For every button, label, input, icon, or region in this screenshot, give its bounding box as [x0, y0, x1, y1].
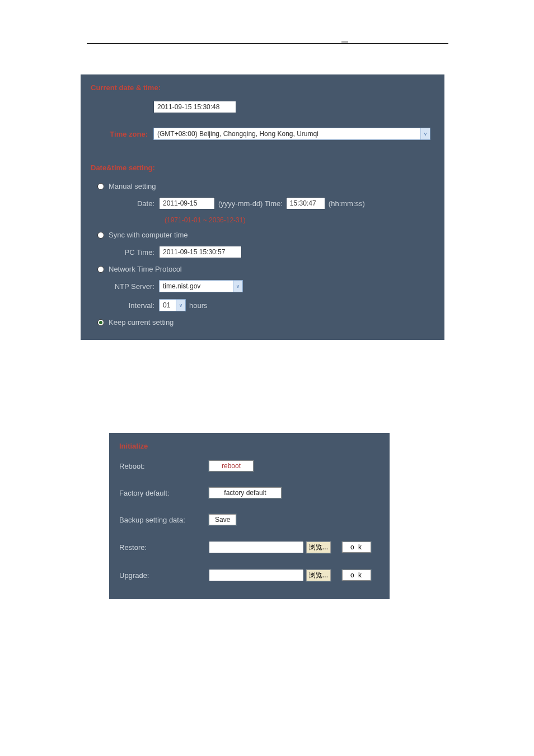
interval-select[interactable]: 01 v — [159, 299, 186, 311]
radio-label: Manual setting — [109, 182, 156, 190]
interval-label: Interval: — [97, 301, 159, 310]
reboot-button[interactable]: reboot — [209, 460, 254, 472]
date-label: Date: — [97, 199, 159, 208]
radio-manual-setting[interactable]: Manual setting — [81, 179, 444, 194]
ntp-server-select[interactable]: time.nist.gov v — [159, 280, 243, 292]
time-input[interactable]: 15:30:47 — [286, 197, 325, 209]
timezone-label: Time zone: — [81, 130, 153, 138]
datetime-setting-title: Date&time setting: — [81, 142, 444, 179]
pc-time-value: 2011-09-15 15:30:57 — [159, 246, 242, 258]
timezone-select[interactable]: (GMT+08:00) Beijing, Chongqing, Hong Kon… — [153, 128, 430, 140]
upgrade-label: Upgrade: — [119, 571, 209, 580]
restore-label: Restore: — [119, 543, 209, 552]
date-input[interactable]: 2011-09-15 — [159, 197, 215, 209]
reboot-label: Reboot: — [119, 462, 209, 470]
upgrade-file-input[interactable] — [209, 569, 304, 581]
ntp-server-label: NTP Server: — [97, 282, 159, 291]
factory-default-button[interactable]: factory default — [209, 487, 282, 498]
interval-unit: hours — [186, 301, 208, 310]
time-format-hint: (hh:mm:ss) — [325, 199, 365, 208]
upgrade-ok-button[interactable]: o k — [342, 570, 371, 581]
timezone-value: (GMT+08:00) Beijing, Chongqing, Hong Kon… — [154, 128, 420, 139]
radio-ntp[interactable]: Network Time Protocol — [81, 262, 444, 277]
date-range-hint: (1971-01-01 ~ 2036-12-31) — [81, 213, 444, 227]
interval-value: 01 — [160, 300, 176, 311]
chevron-down-icon: v — [420, 128, 430, 139]
divider-accent — [341, 41, 348, 43]
restore-file-input[interactable] — [209, 541, 304, 553]
radio-icon — [97, 183, 104, 190]
radio-icon — [97, 232, 104, 239]
radio-icon — [97, 319, 104, 326]
ntp-server-value: time.nist.gov — [160, 281, 233, 292]
radio-sync-computer[interactable]: Sync with computer time — [81, 227, 444, 242]
divider-top — [87, 43, 448, 44]
chevron-down-icon: v — [233, 281, 242, 292]
radio-label: Sync with computer time — [109, 231, 188, 239]
chevron-down-icon: v — [176, 300, 185, 311]
backup-label: Backup setting data: — [119, 516, 209, 524]
restore-ok-button[interactable]: o k — [342, 542, 371, 553]
current-datetime-title: Current date & time: — [81, 74, 444, 99]
radio-icon — [97, 266, 104, 273]
initialize-title: Initialize — [109, 436, 390, 452]
radio-label: Keep current setting — [109, 318, 174, 326]
initialize-panel: Initialize Reboot: reboot Factory defaul… — [109, 433, 390, 599]
restore-browse-button[interactable]: 浏览... — [306, 542, 331, 553]
radio-label: Network Time Protocol — [109, 265, 182, 273]
datetime-panel: Current date & time: 2011-09-15 15:30:48… — [81, 74, 444, 340]
backup-save-button[interactable]: Save — [209, 514, 236, 525]
pc-time-label: PC Time: — [97, 248, 159, 256]
factory-default-label: Factory default: — [119, 489, 209, 497]
date-format-hint: (yyyy-mm-dd) Time: — [215, 199, 286, 208]
current-datetime-value: 2011-09-15 15:30:48 — [153, 101, 236, 113]
radio-keep-current[interactable]: Keep current setting — [81, 315, 444, 330]
upgrade-browse-button[interactable]: 浏览... — [306, 570, 331, 581]
